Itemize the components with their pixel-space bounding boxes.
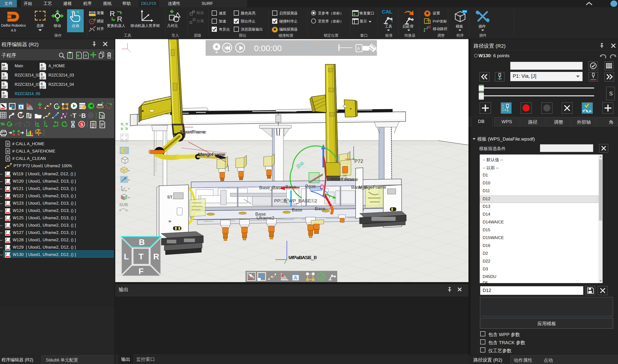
svg-text:Base_Base: Base_Base (259, 185, 283, 190)
svg-text:S: S (101, 114, 104, 118)
svg-text:Base: Base (305, 183, 316, 189)
svg-text:P72: P72 (354, 158, 363, 164)
svg-text:S: S (41, 82, 43, 86)
svg-text:A: A (357, 46, 360, 51)
svg-text:Base: Base (292, 207, 302, 212)
svg-text:Base: Base (285, 184, 296, 189)
svg-text:L: L (124, 252, 129, 261)
svg-text:Base: Base (315, 206, 325, 211)
svg-text:MangeFrame: MangeFrame (358, 184, 386, 190)
svg-text:S: S (41, 73, 43, 76)
svg-text:B: B (81, 112, 86, 119)
svg-text:S: S (2, 82, 5, 86)
svg-text:A: A (19, 105, 22, 110)
svg-text:S: S (2, 73, 5, 76)
svg-text:F: F (138, 266, 144, 276)
svg-text:R: R (117, 15, 122, 23)
svg-text:M: M (2, 63, 5, 67)
svg-text:Uframe2: Uframe2 (257, 215, 274, 221)
svg-text:PP配WP_BASE⚿2: PP配WP_BASE⚿2 (274, 198, 317, 204)
svg-text:S: S (2, 91, 5, 95)
svg-text:T: T (138, 252, 144, 261)
svg-text:P4ntFrame: P4ntFrame (331, 177, 354, 182)
svg-text:R: R (110, 10, 115, 18)
svg-text:S: S (80, 122, 83, 127)
svg-text:PointFrame: PointFrame (181, 129, 205, 134)
svg-text:R: R (153, 252, 159, 261)
svg-text:WPaBASE_0: WPaBASE_0 (289, 255, 317, 260)
svg-text:S: S (41, 63, 43, 67)
svg-text:B: B (139, 237, 145, 247)
svg-text:T: T (72, 112, 76, 119)
svg-text:A: A (294, 275, 297, 280)
